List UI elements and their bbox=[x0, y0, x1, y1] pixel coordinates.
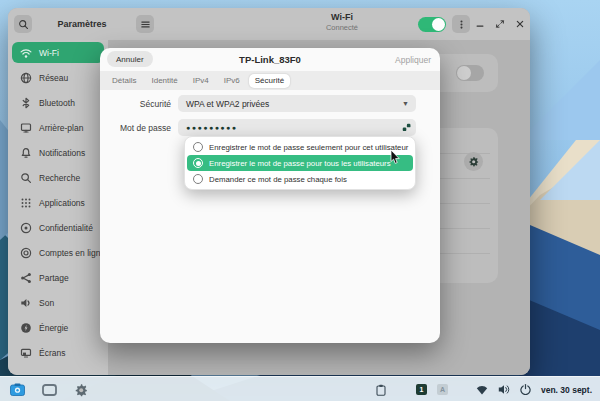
online-accounts-icon bbox=[20, 247, 32, 259]
wifi-toggle[interactable] bbox=[418, 17, 446, 32]
screenshot-icon bbox=[42, 384, 57, 396]
tab-identit-[interactable]: Identité bbox=[145, 74, 183, 88]
network-dialog: Annuler TP-Link_83F0 Appliquer DétailsId… bbox=[100, 48, 440, 343]
password-input[interactable]: ●●●●●●●●● bbox=[178, 119, 416, 136]
settings-app-button[interactable] bbox=[72, 381, 90, 399]
sidebar-item-confidentialit-[interactable]: Confidentialité bbox=[8, 215, 108, 240]
software-icon bbox=[10, 383, 25, 396]
menu-option-label: Enregistrer le mot de passe pour tous le… bbox=[209, 159, 391, 168]
sidebar-item-label: Notifications bbox=[39, 148, 85, 158]
sidebar-item-label: Réseau bbox=[39, 73, 68, 83]
settings-gear-icon bbox=[74, 383, 88, 397]
sidebar-item--crans[interactable]: Écrans bbox=[8, 340, 108, 365]
sidebar-item-arri-re-plan[interactable]: Arrière-plan bbox=[8, 115, 108, 140]
menu-option-label: Enregistrer le mot de passe seulement po… bbox=[209, 143, 408, 152]
maximize-icon bbox=[495, 19, 505, 29]
tab-ipv6[interactable]: IPv6 bbox=[218, 74, 246, 88]
sidebar-item-label: Écrans bbox=[39, 348, 65, 358]
bluetooth-icon bbox=[20, 97, 32, 109]
tab-s-curit-[interactable]: Sécurité bbox=[249, 74, 290, 88]
menu-option-3[interactable]: Demander ce mot de passe chaque fois bbox=[187, 171, 413, 187]
wifi-toggle-knob bbox=[432, 18, 445, 31]
security-dropdown[interactable]: WPA et WPA2 privées ▼ bbox=[178, 95, 416, 112]
kebab-menu-button[interactable] bbox=[452, 15, 470, 33]
menu-option-2[interactable]: Enregistrer le mot de passe pour tous le… bbox=[187, 155, 413, 171]
sharing-icon bbox=[20, 272, 32, 284]
sidebar-item-recherche[interactable]: Recherche bbox=[8, 165, 108, 190]
sidebar-item-bluetooth[interactable]: Bluetooth bbox=[8, 90, 108, 115]
sidebar-item-comptes-en-ligne[interactable]: Comptes en ligne bbox=[8, 240, 108, 265]
sidebar-item-label: Confidentialité bbox=[39, 223, 93, 233]
gear-icon bbox=[468, 156, 479, 167]
radio-icon bbox=[193, 142, 203, 152]
page-subtitle: Connecté bbox=[300, 23, 384, 32]
password-label: Mot de passe bbox=[100, 123, 171, 133]
sidebar-item-label: Son bbox=[39, 298, 54, 308]
sidebar-item-label: Bluetooth bbox=[39, 98, 75, 108]
keyboard-layout-indicator[interactable]: 1 bbox=[416, 384, 427, 395]
sidebar: Wi-FiRéseauBluetoothArrière-planNotifica… bbox=[8, 40, 109, 375]
network-options-button[interactable] bbox=[464, 152, 483, 171]
input-method-indicator[interactable]: A bbox=[437, 384, 448, 395]
headerbar: Paramètres Wi-Fi Connecté bbox=[8, 8, 530, 41]
airplane-mode-toggle[interactable] bbox=[456, 65, 484, 81]
wifi-status-icon[interactable] bbox=[476, 385, 488, 395]
search-icon bbox=[20, 172, 32, 184]
sidebar-item-label: Applications bbox=[39, 198, 85, 208]
dialog-header: Annuler TP-Link_83F0 Appliquer bbox=[100, 48, 440, 71]
displays-icon bbox=[20, 347, 32, 359]
sidebar-item--nergie[interactable]: Énergie bbox=[8, 315, 108, 340]
search-icon bbox=[18, 19, 29, 30]
security-value: WPA et WPA2 privées bbox=[186, 99, 269, 109]
sidebar-item-label: Arrière-plan bbox=[39, 123, 83, 133]
sidebar-item-applications[interactable]: Applications bbox=[8, 190, 108, 215]
sidebar-item-partage[interactable]: Partage bbox=[8, 265, 108, 290]
sidebar-item-wi-fi[interactable]: Wi-Fi bbox=[12, 42, 104, 63]
dialog-tabs: DétailsIdentitéIPv4IPv6Sécurité bbox=[100, 71, 440, 90]
password-store-menu: Enregistrer le mot de passe seulement po… bbox=[184, 136, 416, 190]
minimize-button[interactable] bbox=[472, 15, 488, 33]
page-title-block: Wi-Fi Connecté bbox=[300, 12, 384, 33]
dialog-title: TP-Link_83F0 bbox=[100, 48, 440, 71]
sidebar-item-label: Énergie bbox=[39, 323, 68, 333]
screenshot-app-button[interactable] bbox=[40, 381, 58, 399]
close-icon bbox=[515, 19, 525, 29]
sidebar-item-r-seau[interactable]: Réseau bbox=[8, 65, 108, 90]
sidebar-item-label: Comptes en ligne bbox=[39, 248, 105, 258]
taskbar-left bbox=[0, 381, 90, 399]
chevron-down-icon: ▼ bbox=[402, 100, 409, 107]
mouse-cursor bbox=[390, 150, 401, 169]
tab-d-tails[interactable]: Détails bbox=[106, 74, 142, 88]
notifications-icon bbox=[20, 147, 32, 159]
apply-button[interactable]: Appliquer bbox=[395, 48, 431, 71]
sidebar-item-notifications[interactable]: Notifications bbox=[8, 140, 108, 165]
tab-ipv4[interactable]: IPv4 bbox=[187, 74, 215, 88]
search-button[interactable] bbox=[14, 15, 32, 33]
volume-icon[interactable] bbox=[498, 384, 510, 395]
taskbar-right: 1 A ven. 30 sept. bbox=[376, 384, 600, 396]
page-title: Wi-Fi bbox=[300, 12, 384, 23]
close-button[interactable] bbox=[512, 15, 528, 33]
power-icon[interactable] bbox=[520, 384, 531, 395]
maximize-button[interactable] bbox=[492, 15, 508, 33]
password-options-icon[interactable] bbox=[402, 123, 411, 132]
password-value: ●●●●●●●●● bbox=[186, 124, 238, 131]
clipboard-icon[interactable] bbox=[376, 384, 386, 396]
menu-icon bbox=[140, 19, 151, 30]
airplane-toggle-knob bbox=[457, 66, 471, 80]
software-app-button[interactable] bbox=[8, 381, 26, 399]
sidebar-item-son[interactable]: Son bbox=[8, 290, 108, 315]
radio-icon bbox=[193, 174, 203, 184]
background-icon bbox=[20, 122, 32, 134]
sidebar-item-label: Recherche bbox=[39, 173, 80, 183]
sound-icon bbox=[20, 297, 32, 309]
kebab-menu-icon bbox=[456, 19, 467, 30]
main-menu-button[interactable] bbox=[136, 15, 154, 33]
app-title: Paramètres bbox=[32, 8, 132, 40]
sidebar-item-label: Wi-Fi bbox=[39, 48, 59, 58]
security-row: Sécurité WPA et WPA2 privées ▼ bbox=[100, 95, 440, 112]
clock-date[interactable]: ven. 30 sept. bbox=[541, 385, 592, 395]
menu-option-1[interactable]: Enregistrer le mot de passe seulement po… bbox=[187, 139, 413, 155]
password-row: Mot de passe ●●●●●●●●● bbox=[100, 119, 440, 136]
taskbar: 1 A ven. 30 sept. bbox=[0, 376, 600, 401]
